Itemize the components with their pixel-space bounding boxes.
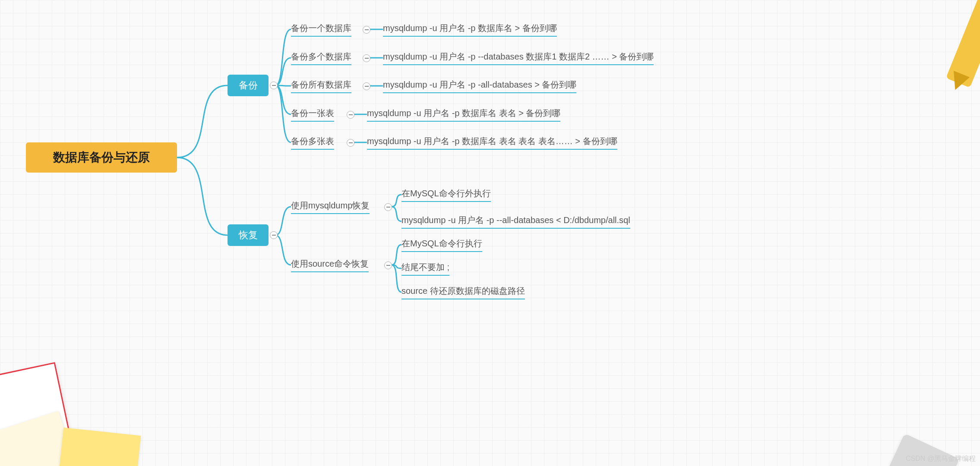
root-title: 数据库备份与还原 <box>53 149 150 166</box>
leaf-backup-multi-table[interactable]: 备份多张表 <box>291 135 334 150</box>
leaf-restore-source-sub2[interactable]: source 待还原数据库的磁盘路径 <box>401 285 525 299</box>
leaf-backup-multi-db[interactable]: 备份多个数据库 <box>291 51 351 65</box>
collapse-toggle[interactable] <box>384 261 392 269</box>
collapse-toggle[interactable] <box>270 82 278 89</box>
branch-restore-label: 恢复 <box>239 229 258 242</box>
collapse-toggle[interactable] <box>363 26 370 34</box>
leaf-backup-all-db-cmd[interactable]: mysqldump -u 用户名 -p -all-databases > 备份到… <box>383 79 576 93</box>
leaf-backup-multi-table-cmd[interactable]: mysqldump -u 用户名 -p 数据库名 表名 表名 表名…… > 备份… <box>367 135 617 150</box>
collapse-toggle[interactable] <box>363 82 370 90</box>
leaf-backup-one-table[interactable]: 备份一张表 <box>291 107 334 122</box>
leaf-backup-one-db-cmd[interactable]: mysqldump -u 用户名 -p 数据库名 > 备份到哪 <box>383 22 557 37</box>
connector-lines <box>0 0 980 466</box>
leaf-backup-all-db[interactable]: 备份所有数据库 <box>291 79 351 93</box>
collapse-toggle[interactable] <box>270 231 278 239</box>
leaf-restore-source[interactable]: 使用source命令恢复 <box>291 258 369 272</box>
mindmap-root[interactable]: 数据库备份与还原 <box>26 142 177 173</box>
leaf-restore-mysqldump[interactable]: 使用mysqldump恢复 <box>291 200 370 214</box>
decoration-sticky-note-2 <box>58 428 141 466</box>
leaf-restore-mysqldump-sub1[interactable]: mysqldump -u 用户名 -p --all-databases < D:… <box>401 214 630 229</box>
leaf-backup-one-table-cmd[interactable]: mysqldump -u 用户名 -p 数据库名 表名 > 备份到哪 <box>367 107 560 122</box>
leaf-restore-source-sub0[interactable]: 在MySQL命令行执行 <box>401 238 482 252</box>
collapse-toggle[interactable] <box>347 111 354 119</box>
branch-restore[interactable]: 恢复 <box>228 224 269 246</box>
watermark-text: CSDN @黑马金牌编程 <box>906 454 976 463</box>
leaf-backup-multi-db-cmd[interactable]: mysqldump -u 用户名 -p --databases 数据库1 数据库… <box>383 51 654 65</box>
collapse-toggle[interactable] <box>347 139 354 147</box>
leaf-backup-one-db[interactable]: 备份一个数据库 <box>291 22 351 37</box>
branch-backup[interactable]: 备份 <box>228 75 269 96</box>
leaf-restore-mysqldump-sub0[interactable]: 在MySQL命令行外执行 <box>401 188 491 202</box>
branch-backup-label: 备份 <box>239 79 258 92</box>
leaf-restore-source-sub1[interactable]: 结尾不要加 ; <box>401 261 449 276</box>
collapse-toggle[interactable] <box>384 203 392 211</box>
collapse-toggle[interactable] <box>363 54 370 62</box>
